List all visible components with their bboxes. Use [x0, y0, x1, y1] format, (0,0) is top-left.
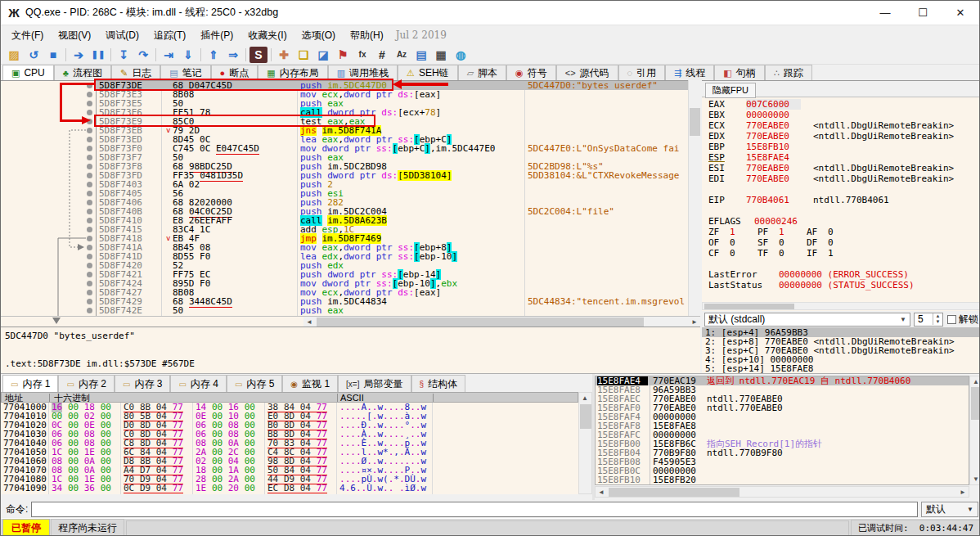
tab-内存 3[interactable]: ▭内存 3	[115, 375, 170, 392]
calculator-icon[interactable]: ▦	[432, 47, 450, 63]
menu-item-P[interactable]: 插件(P)	[193, 26, 241, 45]
disasm-row[interactable]: 5D8F73E38B08mov ecx,dword ptr ds:[eax]	[96, 90, 688, 99]
tab-流程图[interactable]: ♣流程图	[54, 65, 111, 80]
breakpoint-dot[interactable]	[87, 200, 92, 205]
breakpoint-dot[interactable]	[87, 209, 92, 214]
breakpoint-dot[interactable]	[87, 290, 92, 295]
breakpoint-dot[interactable]	[87, 173, 92, 178]
preferences-s-icon[interactable]: S	[249, 47, 267, 63]
breakpoint-dot[interactable]	[87, 236, 92, 241]
breakpoint-dot[interactable]	[87, 191, 92, 196]
menu-item-I[interactable]: 收藏夹(I)	[241, 26, 294, 45]
stack-row[interactable]: 15E8FAF400000000	[596, 412, 969, 421]
column-header-ASCII[interactable]: ASCII	[340, 393, 364, 403]
hash-icon[interactable]: #	[373, 47, 391, 63]
scroll-up-icon[interactable]: ▲	[579, 393, 591, 403]
breakpoint-dot[interactable]	[87, 146, 92, 151]
tab-局部变量[interactable]: [x=]局部变量	[338, 375, 411, 392]
breakpoint-dot[interactable]	[87, 92, 92, 97]
hide-fpu-button[interactable]: 隐藏FPU	[705, 83, 756, 98]
breakpoint-dot[interactable]	[87, 281, 92, 286]
stack-vertical-scrollbar[interactable]: ▲ ▼	[969, 376, 980, 485]
tab-日志[interactable]: ✎日志	[111, 65, 160, 80]
restart-icon[interactable]: ↺	[25, 47, 43, 63]
globe-icon[interactable]: ◍	[452, 47, 470, 63]
breakpoint-dot[interactable]	[87, 218, 92, 223]
tab-源代码[interactable]: <>源代码	[556, 65, 618, 80]
register-row[interactable]: EBP15E8FB10	[702, 142, 980, 152]
breakpoint-dot[interactable]	[87, 155, 92, 160]
tab-符号[interactable]: ◉符号	[506, 65, 556, 80]
call-arg-row[interactable]: 5: [esp+14] 15E8FAE8	[702, 364, 980, 373]
breakpoint-dot[interactable]	[87, 128, 92, 133]
command-input[interactable]	[31, 502, 918, 517]
patch-icon[interactable]: ✚	[275, 47, 293, 63]
args-depth-spinner[interactable]: 5 ▲▼	[914, 313, 943, 327]
register-row[interactable]: ESI770EABE0<ntdll.DbgUiRemoteBreakin>	[702, 163, 980, 173]
tab-跟踪[interactable]: ∴跟踪	[765, 65, 812, 80]
memory-vertical-scrollbar[interactable]: ▲	[578, 392, 592, 494]
breakpoint-dot[interactable]	[87, 227, 92, 232]
tab-引用[interactable]: ◌引用	[618, 65, 666, 80]
last-status-row[interactable]: LastStatus 00000000 (STATUS_SUCCESS)	[702, 280, 980, 291]
disasm-row[interactable]: 5D8F73F0C745 0C E047C45Dmov dword ptr ss…	[96, 144, 688, 153]
disasm-vertical-scrollbar[interactable]	[688, 80, 700, 316]
pause-icon[interactable]: ❚❚	[89, 47, 107, 63]
unlock-checkbox[interactable]: 解锁	[947, 313, 978, 327]
tab-内存布局[interactable]: ▦内存布局	[258, 65, 327, 80]
stack-row[interactable]: 15E8FAF815E8FAE8	[596, 421, 969, 430]
command-profile-select[interactable]: 默认▼	[921, 502, 978, 517]
breakpoint-dot[interactable]	[87, 110, 92, 115]
assemble-icon[interactable]: Az	[393, 47, 411, 63]
run-to-cursor-icon[interactable]: ⇥	[160, 47, 178, 63]
breakpoint-dot[interactable]	[87, 119, 92, 124]
register-row-eip[interactable]: EIP770B4061ntdll.770B4061	[702, 195, 980, 205]
run-up-icon[interactable]: ⇑	[205, 47, 223, 63]
tab-内存 4[interactable]: ▭内存 4	[170, 375, 226, 392]
stack-row[interactable]: 15E8FB08F45905E3	[596, 457, 969, 466]
menu-item-F[interactable]: 文件(F)	[4, 26, 51, 45]
register-row[interactable]: EDI770EABE0<ntdll.DbgUiRemoteBreakin>	[702, 173, 980, 184]
breakpoint-dot[interactable]	[87, 263, 92, 268]
column-header-十六进制[interactable]: 十六进制	[54, 393, 90, 403]
stack-row[interactable]: 15E8FAE4770EAC19返回到 ntdll.770EAC19 自 ntd…	[596, 376, 969, 385]
flags-row[interactable]: OF0SF0DF0	[702, 237, 980, 248]
stop-icon[interactable]: ■	[44, 47, 62, 63]
stack-row[interactable]: 15E8FB0C00000000	[596, 466, 969, 475]
disasm-row[interactable]: 5D8F742968 3448C45Dpush im.5DC448345DC44…	[96, 297, 688, 306]
memory-row[interactable]: 7704109034 00 36 000C D9 04 771E 00 20 0…	[1, 484, 578, 493]
register-row[interactable]: EAX007C6000	[702, 99, 980, 110]
register-row[interactable]: EBX00000000	[702, 110, 980, 120]
attach-icon[interactable]: ▤	[412, 47, 430, 63]
bookmark-icon[interactable]: ⚑	[334, 47, 352, 63]
label-icon[interactable]: ◪	[314, 47, 332, 63]
run-icon[interactable]: ➔	[70, 47, 88, 63]
tab-线程[interactable]: ⇶线程	[665, 65, 714, 80]
breakpoint-dot[interactable]	[87, 101, 92, 106]
tab-内存 1[interactable]: ▭内存 1	[2, 375, 58, 392]
menu-item-V[interactable]: 视图(V)	[51, 26, 98, 45]
register-row[interactable]: EDX770EABE0<ntdll.DbgUiRemoteBreakin>	[702, 131, 980, 142]
register-row[interactable]: ECX770EABE0<ntdll.DbgUiRemoteBreakin>	[702, 120, 980, 131]
stack-row[interactable]: 15E8FB1015E8FB20	[596, 475, 969, 484]
open-file-icon[interactable]: ▨	[5, 47, 23, 63]
minimize-button[interactable]: —	[866, 1, 904, 25]
tab-笔记[interactable]: ▤笔记	[160, 65, 210, 80]
disasm-row[interactable]: 5D8F742E50push eax	[96, 306, 688, 315]
tab-结构体[interactable]: §结构体	[411, 375, 466, 392]
scroll-right-icon[interactable]: ►	[957, 487, 969, 498]
calling-convention-select[interactable]: 默认 (stdcall)▼	[704, 313, 910, 327]
menu-item-D[interactable]: 调试(D)	[98, 26, 146, 45]
checkbox-icon[interactable]	[947, 315, 956, 324]
flags-row[interactable]: ZF1PF1AF0	[702, 227, 980, 237]
maximize-button[interactable]: ☐	[904, 1, 942, 25]
close-button[interactable]: ✕	[942, 1, 979, 25]
stack-row[interactable]: 15E8FB04770B9F80ntdll.770B9F80	[596, 448, 969, 457]
tab-CPU[interactable]: ▣CPU	[2, 65, 54, 80]
eflags-row[interactable]: EFLAGS00000246	[702, 216, 980, 227]
run-to-user-icon[interactable]: ⇒	[224, 47, 242, 63]
breakpoint-dot[interactable]	[87, 182, 92, 187]
breakpoint-dot[interactable]	[87, 245, 92, 250]
breakpoint-dot[interactable]	[87, 137, 92, 142]
disasm-row[interactable]: 5D8F741D8D55 F0lea edx,dword ptr ss:[ebp…	[96, 252, 688, 261]
